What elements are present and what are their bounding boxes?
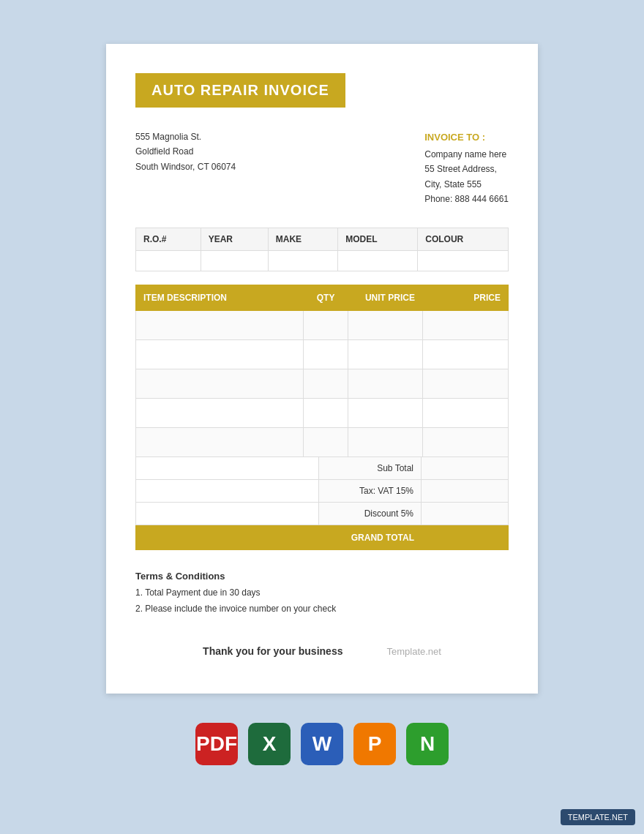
item-qty-2 bbox=[304, 339, 348, 369]
discount-spacer bbox=[136, 503, 319, 525]
item-price-3 bbox=[422, 369, 508, 398]
invoice-to: INVOICE TO : Company name here 55 Street… bbox=[424, 129, 509, 207]
col-price: PRICE bbox=[422, 285, 508, 310]
invoice-document: AUTO REPAIR INVOICE 555 Magnolia St. Gol… bbox=[106, 44, 538, 694]
vehicle-year-value bbox=[201, 250, 268, 271]
subtotal-label: Sub Total bbox=[319, 457, 422, 479]
tax-spacer bbox=[136, 480, 319, 502]
vehicle-colour-value bbox=[418, 250, 509, 271]
item-row bbox=[136, 369, 509, 398]
item-price-4 bbox=[422, 398, 508, 427]
thank-you-section: Thank you for your business Template.net bbox=[135, 645, 509, 657]
to-line2: 55 Street Address, bbox=[424, 162, 509, 176]
item-qty-3 bbox=[304, 369, 348, 398]
terms-title: Terms & Conditions bbox=[135, 571, 509, 582]
item-desc-4 bbox=[136, 398, 304, 427]
subtotal-row: Sub Total bbox=[135, 457, 509, 480]
vehicle-make-value bbox=[268, 250, 337, 271]
tax-row: Tax: VAT 15% bbox=[135, 480, 509, 503]
item-row bbox=[136, 427, 509, 457]
from-line3: South Windsor, CT 06074 bbox=[135, 159, 236, 174]
tax-label: Tax: VAT 15% bbox=[319, 480, 422, 502]
item-price-1 bbox=[422, 310, 508, 339]
grand-total-spacer bbox=[136, 526, 319, 549]
item-row bbox=[136, 398, 509, 427]
totals-area: Sub Total Tax: VAT 15% Discount 5% GRAND… bbox=[135, 457, 509, 550]
col-unit-price: UNIT PRICE bbox=[348, 285, 423, 310]
item-desc-5 bbox=[136, 427, 304, 457]
vehicle-ro-value bbox=[136, 250, 201, 271]
vehicle-col-ro: R.O.# bbox=[136, 228, 201, 250]
discount-row: Discount 5% bbox=[135, 503, 509, 525]
item-price-5 bbox=[422, 427, 508, 457]
item-row bbox=[136, 310, 509, 339]
item-unit-1 bbox=[348, 310, 423, 339]
from-line1: 555 Magnolia St. bbox=[135, 129, 236, 144]
grand-total-label: GRAND TOTAL bbox=[319, 526, 422, 549]
vehicle-col-make: MAKE bbox=[268, 228, 337, 250]
watermark-text: Template.net bbox=[386, 646, 441, 657]
vehicle-col-model: MODEL bbox=[338, 228, 418, 250]
terms-item-2: 2. Please include the invoice number on … bbox=[135, 602, 509, 616]
app-icons-bar: PDF X W P N bbox=[195, 723, 449, 765]
items-table: ITEM DESCRIPTION QTY UNIT PRICE PRICE bbox=[135, 285, 509, 457]
col-qty: QTY bbox=[304, 285, 348, 310]
item-unit-2 bbox=[348, 339, 423, 369]
item-qty-5 bbox=[304, 427, 348, 457]
thank-you-text: Thank you for your business bbox=[203, 645, 342, 657]
vehicle-col-colour: COLOUR bbox=[418, 228, 509, 250]
vehicle-col-year: YEAR bbox=[201, 228, 268, 250]
to-line4: Phone: 888 444 6661 bbox=[424, 192, 509, 206]
item-desc-2 bbox=[136, 339, 304, 369]
tax-value bbox=[422, 480, 508, 502]
grand-total-row: GRAND TOTAL bbox=[135, 525, 509, 550]
discount-value bbox=[422, 503, 508, 525]
from-line2: Goldfield Road bbox=[135, 144, 236, 159]
pdf-icon[interactable]: PDF bbox=[195, 723, 238, 765]
word-icon[interactable]: W bbox=[301, 723, 343, 765]
discount-label: Discount 5% bbox=[319, 503, 422, 525]
item-qty-4 bbox=[304, 398, 348, 427]
to-line3: City, State 555 bbox=[424, 177, 509, 192]
item-price-2 bbox=[422, 339, 508, 369]
item-qty-1 bbox=[304, 310, 348, 339]
terms-section: Terms & Conditions 1. Total Payment due … bbox=[135, 571, 509, 616]
item-unit-3 bbox=[348, 369, 423, 398]
vehicle-model-value bbox=[338, 250, 418, 271]
from-address: 555 Magnolia St. Goldfield Road South Wi… bbox=[135, 129, 236, 207]
invoice-title: AUTO REPAIR INVOICE bbox=[151, 82, 329, 98]
excel-icon[interactable]: X bbox=[248, 723, 291, 765]
template-badge: TEMPLATE.NET bbox=[561, 809, 635, 825]
invoice-to-label: INVOICE TO : bbox=[424, 129, 509, 146]
grand-total-value bbox=[422, 526, 508, 549]
vehicle-row bbox=[136, 250, 509, 271]
col-item-desc: ITEM DESCRIPTION bbox=[136, 285, 304, 310]
item-unit-5 bbox=[348, 427, 423, 457]
item-desc-1 bbox=[136, 310, 304, 339]
invoice-title-box: AUTO REPAIR INVOICE bbox=[135, 73, 345, 108]
pages-icon[interactable]: P bbox=[353, 723, 396, 765]
to-line1: Company name here bbox=[424, 147, 509, 162]
item-desc-3 bbox=[136, 369, 304, 398]
vehicle-table: R.O.# YEAR MAKE MODEL COLOUR bbox=[135, 228, 509, 271]
subtotal-spacer bbox=[136, 457, 319, 479]
item-row bbox=[136, 339, 509, 369]
subtotal-value bbox=[422, 457, 508, 479]
header-section: 555 Magnolia St. Goldfield Road South Wi… bbox=[135, 129, 509, 207]
item-unit-4 bbox=[348, 398, 423, 427]
numbers-icon[interactable]: N bbox=[406, 723, 449, 765]
terms-item-1: 1. Total Payment due in 30 days bbox=[135, 586, 509, 600]
